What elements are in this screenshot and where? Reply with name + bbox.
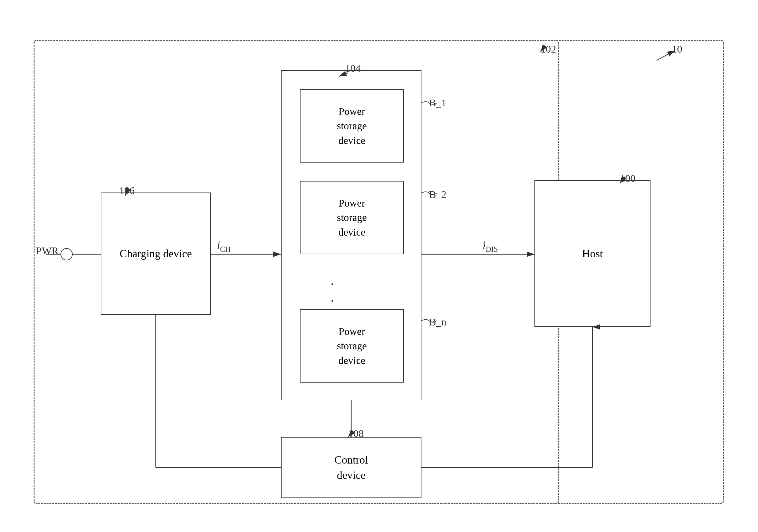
pwr-circle xyxy=(60,248,73,260)
battery-3-block: Powerstoragedevice xyxy=(300,309,404,383)
charging-device-label: Charging device xyxy=(120,246,192,261)
battery-1-block: Powerstoragedevice xyxy=(300,89,404,162)
i-ch-text: iCH xyxy=(217,239,230,252)
battery-1-label: Powerstoragedevice xyxy=(337,104,367,148)
host-block: Host xyxy=(534,180,650,327)
ref-100: 100 xyxy=(620,173,636,184)
battery-2-label: Powerstoragedevice xyxy=(337,196,367,239)
i-dis-label: iDIS xyxy=(483,238,498,254)
charging-device-block: Charging device xyxy=(101,193,211,315)
i-dis-text: iDIS xyxy=(483,239,498,252)
ref-104: 104 xyxy=(345,63,361,74)
ref-b2: B_2 xyxy=(429,189,446,200)
i-ch-label: iCH xyxy=(217,238,230,254)
ref-10: 10 xyxy=(672,43,682,55)
ref-106: 106 xyxy=(119,185,135,196)
ref-b1: B_1 xyxy=(429,97,446,109)
ref-102: 102 xyxy=(540,43,556,55)
control-device-block: Controldevice xyxy=(281,437,422,498)
control-device-label: Controldevice xyxy=(334,452,368,483)
battery-2-block: Powerstoragedevice xyxy=(300,181,404,254)
host-label: Host xyxy=(582,246,603,261)
diagram-container: 10 102 PWR Charging device 106 Powerstor… xyxy=(15,15,742,516)
pwr-label: PWR xyxy=(36,245,59,257)
battery-3-label: Powerstoragedevice xyxy=(337,324,367,368)
battery-group-block: Powerstoragedevice Powerstoragedevice ··… xyxy=(281,70,422,400)
ref-bn: B_n xyxy=(429,316,446,328)
ref-108: 108 xyxy=(348,428,364,440)
